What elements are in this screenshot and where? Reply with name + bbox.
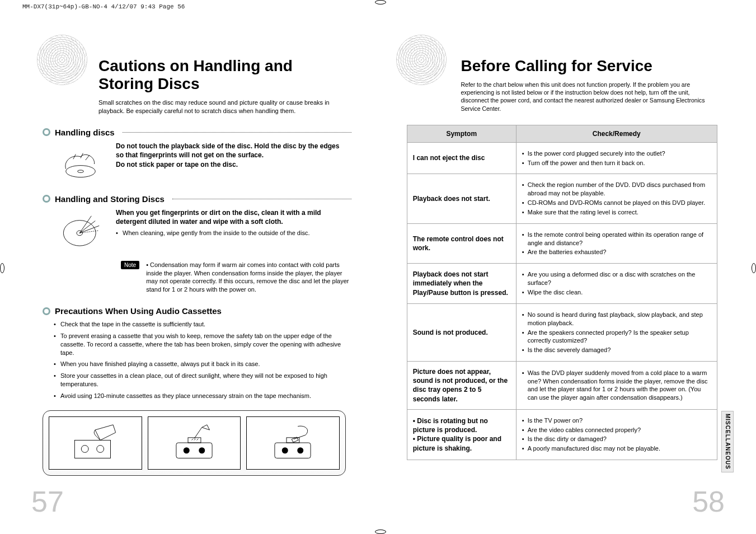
svg-point-6 (97, 446, 104, 453)
decorative-swirl-icon (37, 35, 87, 85)
right-page: Before Calling for Service Refer to the … (389, 21, 735, 523)
svg-point-9 (199, 448, 205, 454)
remedy-item: Was the DVD player suddenly moved from a… (522, 369, 711, 402)
symptom-cell: Playback does not start immediately when… (407, 264, 516, 304)
list-item: When you have finished playing a cassett… (54, 360, 346, 368)
cassette-tape-cover-icon (262, 420, 323, 465)
list-item: Check that the tape in the cassette is s… (54, 320, 346, 329)
disc-wipe-icon (55, 211, 106, 250)
remedy-item: No sound is heard during fast playback, … (522, 311, 711, 327)
symptom-cell: Picture does not appear, sound is not pr… (407, 362, 516, 410)
bullet-ring-icon (43, 195, 50, 203)
intro-text: Small scratches on the disc may reduce s… (98, 99, 351, 115)
troubleshooting-table: Symptom Check/Remedy I can not eject the… (407, 125, 717, 460)
crop-mark-icon (752, 263, 756, 273)
section-heading-handling-discs: Handling discs (43, 128, 351, 137)
cassette-figure (246, 416, 340, 470)
table-header-symptom: Symptom (407, 125, 516, 142)
section-title: Handling discs (55, 128, 115, 137)
remedy-item: Make sure that the rating level is corre… (522, 208, 711, 217)
cassette-figure (148, 416, 241, 470)
remedy-cell: Was the DVD player suddenly moved from a… (516, 362, 717, 410)
cassette-illustration-panel (43, 410, 346, 476)
crop-mark-icon (375, 530, 386, 534)
remedy-item: Check the region number of the DVD. DVD … (522, 181, 711, 198)
table-row: • Disc is rotating but no picture is pro… (407, 409, 717, 460)
list-item: Avoid using 120-minute cassettes as they… (54, 392, 346, 400)
symptom-cell: Sound is not produced. (407, 303, 516, 361)
cassette-precautions-list: Check that the tape in the cassette is s… (54, 320, 346, 400)
decorative-swirl-icon (396, 35, 447, 85)
side-tab-miscellaneous: MISCELLANEOUS (721, 411, 734, 472)
section-bullet: When cleaning, wipe gently from the insi… (116, 229, 340, 237)
remedy-item: Wipe the disc clean. (522, 288, 711, 297)
disc-clean-illustration (54, 208, 107, 253)
page-title: Before Calling for Service (461, 57, 720, 75)
remedy-cell: Is the remote control being operated wit… (516, 223, 717, 264)
section-heading-cassettes: Precautions When Using Audio Cassettes (43, 306, 351, 316)
bullet-ring-icon (43, 128, 50, 136)
table-row: Playback does not start.Check the region… (407, 174, 717, 223)
remedy-cell: Are you using a deformed disc or a disc … (516, 264, 717, 304)
symptom-cell: I can not eject the disc (407, 142, 516, 174)
table-row: Sound is not produced.No sound is heard … (407, 303, 717, 361)
svg-point-13 (298, 448, 304, 454)
section-text: Do not touch the playback side of the di… (116, 142, 346, 186)
page-number: 58 (692, 485, 725, 518)
disc-hand-icon (55, 144, 106, 184)
svg-point-0 (65, 165, 95, 177)
svg-point-1 (77, 170, 83, 172)
svg-rect-11 (275, 443, 311, 458)
svg-rect-7 (176, 443, 212, 458)
remedy-item: Is the power cord plugged securely into … (522, 149, 711, 158)
table-row: The remote control does not work.Is the … (407, 223, 717, 264)
bullet-ring-icon (43, 307, 50, 315)
symptom-cell: Playback does not start. (407, 174, 516, 223)
document-header-meta: MM-DX7(31p~64p)-GB-NO-4 4/12/07 9:43 Pag… (22, 3, 185, 10)
list-item: To prevent erasing a cassette that you w… (54, 332, 346, 357)
section-heading-storing-discs: Handling and Storing Discs (43, 194, 351, 204)
crop-mark-icon (0, 263, 4, 273)
section-text: When you get fingerprints or dirt on the… (116, 208, 346, 253)
dotted-rule (172, 199, 351, 199)
svg-point-5 (82, 446, 89, 453)
remedy-item: Is the disc severely damaged? (522, 346, 711, 354)
cassette-figure (49, 416, 142, 470)
remedy-item: Are the batteries exhausted? (522, 248, 711, 256)
remedy-item: Are the speakers connected properly? Is … (522, 329, 711, 345)
page-number: 57 (31, 485, 64, 518)
intro-text: Refer to the chart below when this unit … (461, 81, 720, 113)
section-body: When you get fingerprints or dirt on the… (54, 208, 346, 253)
remedy-cell: Check the region number of the DVD. DVD … (516, 174, 717, 223)
note-text: • Condensation may form if warm air come… (146, 261, 351, 294)
section-bold-text: When you get fingerprints or dirt on the… (116, 208, 346, 227)
section-title: Precautions When Using Audio Cassettes (55, 306, 222, 316)
note-badge: Note (121, 261, 139, 269)
remedy-cell: No sound is heard during fast playback, … (516, 303, 717, 361)
section-body: Do not touch the playback side of the di… (54, 142, 346, 186)
remedy-item: Is the remote control being operated wit… (522, 231, 711, 247)
table-header-remedy: Check/Remedy (516, 125, 717, 142)
section-title: Handling and Storing Discs (55, 194, 165, 204)
list-item: Store your cassettes in a clean place, o… (54, 372, 346, 388)
crop-mark-icon (375, 0, 386, 4)
table-row: Picture does not appear, sound is not pr… (407, 362, 717, 410)
section-bold-text: Do not touch the playback side of the di… (116, 142, 346, 161)
remedy-item: Is the TV power on? (522, 416, 711, 425)
cassette-tab-remove-icon (163, 420, 225, 465)
section-bold-text: Do not stick paper or tape on the disc. (116, 160, 346, 170)
remedy-item: Is the disc dirty or damaged? (522, 435, 711, 443)
disc-hold-illustration (54, 142, 107, 186)
remedy-item: Are you using a deformed disc or a disc … (522, 270, 711, 287)
svg-point-12 (282, 448, 288, 454)
remedy-item: Turn off the power and then turn it back… (522, 159, 711, 167)
table-row: I can not eject the discIs the power cor… (407, 142, 717, 174)
symptom-cell: The remote control does not work. (407, 223, 516, 264)
left-page: Cautions on Handling and Storing Discs S… (21, 21, 367, 523)
table-row: Playback does not start immediately when… (407, 264, 717, 304)
svg-point-8 (184, 448, 190, 454)
remedy-cell: Is the TV power on?Are the video cables … (516, 409, 717, 460)
remedy-item: CD-ROMs and DVD-ROMs cannot be played on… (522, 199, 711, 207)
dotted-rule (123, 132, 351, 133)
remedy-item: A poorly manufactured disc may not be pl… (522, 444, 711, 453)
